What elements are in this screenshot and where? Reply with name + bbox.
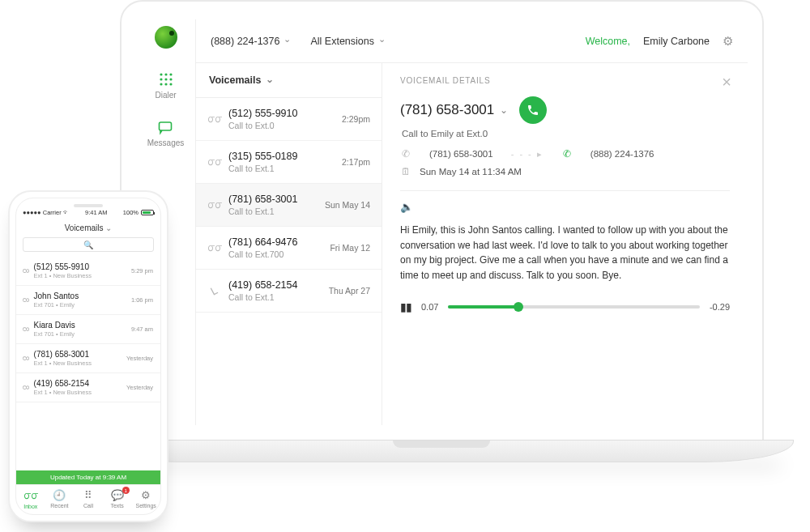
voicemail-row[interactable]: ൦൦ (781) 664-9476 Call to Ext.700 Fri Ma… <box>196 227 382 270</box>
status-bar: ●●●●● Carrier ᯤ 9:41 AM 100% <box>16 207 160 219</box>
extensions-dropdown[interactable]: All Extensions <box>310 36 386 47</box>
svg-point-5 <box>169 78 172 80</box>
nav-messages-label: Messages <box>147 138 185 147</box>
voicemail-row[interactable]: ൦൦ (315) 555-0189 Call to Ext.1 2:17pm <box>196 141 382 184</box>
calendar-icon: 🗓 <box>400 166 411 177</box>
tab-inbox[interactable]: ൦൦Inbox <box>16 489 45 509</box>
voicemail-icon: ൦൦ <box>207 241 220 254</box>
voicemail-subtext: Call to Ext.1 <box>228 206 317 216</box>
tab-label: Texts <box>110 503 123 509</box>
gear-icon: ⚙ <box>141 489 151 501</box>
voicemail-icon: 8 <box>21 356 30 361</box>
voicemail-number: (781) 658-3001 <box>228 194 317 205</box>
desktop-app: Dialer Messages (888) 224-1376 All Exten… <box>136 19 748 425</box>
voicemail-tab-icon: ൦൦ <box>23 489 38 502</box>
item-time: 5:29 pm <box>131 267 153 275</box>
voicemail-number: (419) 658-2154 <box>228 279 321 291</box>
voicemail-time: Thu Apr 27 <box>329 286 370 296</box>
svg-point-3 <box>160 78 162 80</box>
item-sub: Ext 701 • Emily <box>34 330 126 338</box>
nav-messages[interactable]: Messages <box>147 119 185 147</box>
top-bar: (888) 224-1376 All Extensions Welcome, E… <box>196 19 748 63</box>
svg-point-8 <box>169 83 172 85</box>
voicemail-row[interactable]: ൦൦ (512) 555-9910 Call to Ext.0 2:29pm <box>196 98 382 141</box>
mobile-filter-dropdown[interactable]: Voicemails <box>16 219 160 237</box>
play-pause-button[interactable]: ▮▮ <box>400 300 411 313</box>
svg-rect-9 <box>160 122 172 130</box>
detail-phone-dropdown[interactable]: (781) 658-3001 <box>400 102 508 118</box>
voicemail-number: (512) 555-9910 <box>228 108 334 119</box>
call-back-button[interactable] <box>519 96 547 124</box>
item-sub: Ext 701 • Emily <box>34 301 126 309</box>
search-icon: 🔍 <box>83 240 93 249</box>
arrow-icon: - - - ▸ <box>511 149 544 160</box>
svg-point-1 <box>164 73 167 75</box>
texts-badge: 1 <box>122 487 130 494</box>
elapsed-time: 0.07 <box>421 302 438 312</box>
tab-recent[interactable]: 🕘Recent <box>45 489 75 509</box>
list-item[interactable]: 8 Kiara DavisExt 701 • Emily 9:47 am <box>16 315 160 344</box>
close-icon[interactable]: × <box>722 73 731 92</box>
voicemail-icon: 8 <box>21 269 30 274</box>
phone-icon <box>526 104 539 117</box>
mobile-search-input[interactable]: 🔍 <box>23 237 154 252</box>
nav-dialer-label: Dialer <box>155 91 176 100</box>
item-title: Kiara Davis <box>34 321 126 330</box>
laptop-screen: Dialer Messages (888) 224-1376 All Exten… <box>120 0 764 441</box>
voicemail-row[interactable]: ᒪ (419) 658-2154 Call to Ext.1 Thu Apr 2… <box>196 270 382 313</box>
battery-percent: 100% <box>123 209 139 216</box>
voicemail-subtext: Call to Ext.0 <box>228 121 334 130</box>
detail-title: VOICEMAIL DETAILS <box>400 76 730 85</box>
account-phone-dropdown[interactable]: (888) 224-1376 <box>211 36 291 47</box>
mobile-app: ●●●●● Carrier ᯤ 9:41 AM 100% Voicemails … <box>15 198 161 515</box>
tab-label: Settings <box>136 503 156 509</box>
detail-to-number: (888) 224-1376 <box>590 149 654 159</box>
remaining-time: -0.29 <box>710 302 730 312</box>
item-time: 1:06 pm <box>131 296 153 304</box>
svg-point-4 <box>164 78 167 80</box>
item-sub: Ext 1 • New Business <box>34 272 126 279</box>
list-item[interactable]: 8 (419) 658-2154Ext 1 • New Business Yes… <box>16 373 160 402</box>
phone-outgoing-icon: ✆ <box>561 148 573 160</box>
divider <box>400 190 730 191</box>
svg-point-6 <box>160 83 162 85</box>
voicemail-icon: 8 <box>21 385 30 390</box>
detail-call-to: Call to Emily at Ext.0 <box>402 129 730 138</box>
list-item[interactable]: 8 John SantosExt 701 • Emily 1:06 pm <box>16 286 160 315</box>
svg-point-2 <box>169 73 172 75</box>
grasshopper-logo-icon <box>155 26 177 49</box>
svg-point-0 <box>160 73 162 75</box>
list-item[interactable]: 8 (512) 555-9910Ext 1 • New Business 5:2… <box>16 257 160 286</box>
speaker-icon[interactable]: 🔈 <box>400 201 730 213</box>
voicemail-list-dropdown[interactable]: Voicemails <box>196 63 382 98</box>
mobile-tab-bar: ൦൦Inbox 🕘Recent ⠿Call 💬1Texts ⚙Settings <box>16 484 160 514</box>
voicemail-number: (315) 555-0189 <box>228 151 334 162</box>
item-title: (781) 658-3001 <box>34 350 121 359</box>
tab-call[interactable]: ⠿Call <box>74 489 103 509</box>
dialpad-icon <box>158 71 174 87</box>
laptop-base <box>89 440 794 462</box>
item-sub: Ext 1 • New Business <box>34 360 121 367</box>
voicemail-list: Voicemails ൦൦ (512) 555-9910 Call to Ext… <box>196 63 382 425</box>
item-time: 9:47 am <box>131 326 153 333</box>
laptop-notch <box>393 440 490 448</box>
tab-label: Recent <box>50 503 68 509</box>
voicemail-icon: 8 <box>21 298 30 303</box>
mobile-voicemail-list[interactable]: 8 (512) 555-9910Ext 1 • New Business 5:2… <box>16 257 160 470</box>
tab-settings[interactable]: ⚙Settings <box>131 489 160 509</box>
voicemail-subtext: Call to Ext.700 <box>228 249 322 259</box>
phone-outline-icon: ✆ <box>400 148 411 160</box>
tab-label: Inbox <box>23 504 37 509</box>
phone-mockup: ●●●●● Carrier ᯤ 9:41 AM 100% Voicemails … <box>8 190 168 522</box>
list-item[interactable]: 8 (781) 658-3001Ext 1 • New Business Yes… <box>16 344 160 373</box>
seek-thumb[interactable] <box>514 302 523 312</box>
voicemail-time: 2:17pm <box>342 157 370 167</box>
voicemail-time: 2:29pm <box>342 114 370 124</box>
tab-texts[interactable]: 💬1Texts <box>103 489 132 509</box>
voicemail-subtext: Call to Ext.1 <box>228 164 334 173</box>
voicemail-row[interactable]: ൦൦ (781) 658-3001 Call to Ext.1 Sun May … <box>196 184 382 227</box>
seek-track[interactable] <box>448 305 700 309</box>
settings-gear-icon[interactable]: ⚙ <box>723 34 733 49</box>
voicemail-detail-panel: VOICEMAIL DETAILS × (781) 658-3001 Call … <box>382 63 748 425</box>
nav-dialer[interactable]: Dialer <box>155 71 176 100</box>
